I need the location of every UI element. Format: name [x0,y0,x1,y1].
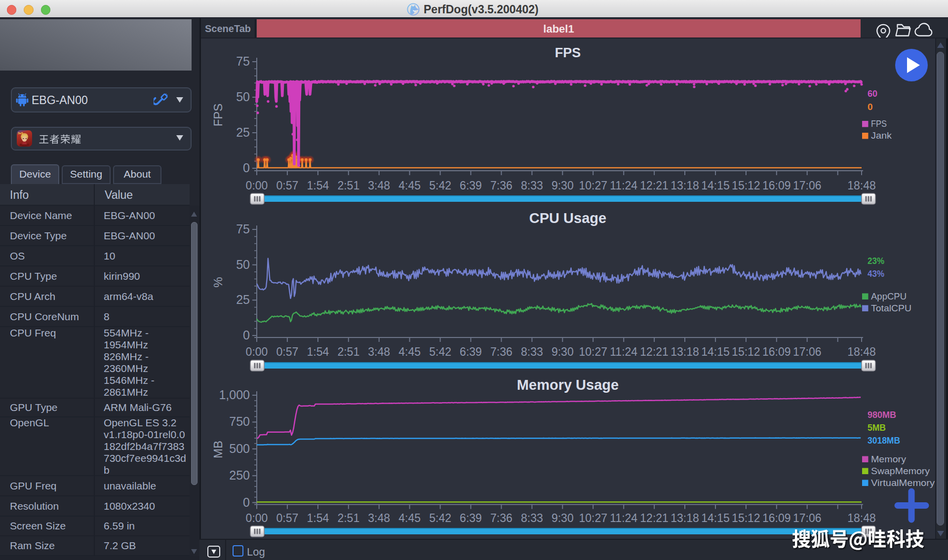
svg-text:7:36: 7:36 [490,345,513,358]
svg-text:17:06: 17:06 [793,512,822,524]
svg-text:18:48: 18:48 [847,179,876,192]
svg-text:%: % [211,277,225,287]
svg-text:11:24: 11:24 [610,345,637,358]
svg-text:500: 500 [229,442,250,455]
svg-text:43%: 43% [868,268,884,279]
svg-text:0:57: 0:57 [276,179,299,192]
svg-text:1:54: 1:54 [307,179,329,192]
svg-text:12:21: 12:21 [640,179,669,192]
svg-text:6:39: 6:39 [460,512,482,524]
svg-text:1:54: 1:54 [307,512,329,524]
svg-text:1,000: 1,000 [219,388,250,402]
svg-text:8:33: 8:33 [521,512,543,524]
svg-text:16:09: 16:09 [762,179,791,192]
svg-text:FPS: FPS [211,104,225,127]
svg-text:16:09: 16:09 [762,512,791,524]
svg-text:5:42: 5:42 [429,345,451,358]
svg-text:6:39: 6:39 [460,345,482,358]
svg-text:5:42: 5:42 [429,179,451,192]
svg-text:MB: MB [211,441,225,458]
svg-text:3:48: 3:48 [368,345,390,358]
svg-text:1:54: 1:54 [307,345,329,358]
svg-text:5MB: 5MB [868,422,886,433]
svg-text:7:36: 7:36 [490,179,513,192]
svg-text:4:45: 4:45 [398,179,421,192]
svg-text:5:42: 5:42 [429,512,451,524]
svg-text:50: 50 [236,90,250,104]
svg-text:13:18: 13:18 [671,179,699,192]
svg-text:10:27: 10:27 [579,512,607,524]
svg-text:Jank: Jank [871,130,892,141]
svg-text:0:00: 0:00 [246,179,268,192]
svg-text:9:30: 9:30 [552,512,574,524]
svg-text:2:51: 2:51 [337,179,359,192]
svg-text:3018MB: 3018MB [868,435,900,446]
svg-text:11:24: 11:24 [610,179,637,192]
svg-text:Memory: Memory [871,454,907,464]
svg-text:23%: 23% [868,256,884,266]
svg-text:15:12: 15:12 [732,179,760,192]
svg-text:25: 25 [236,125,250,139]
svg-text:8:33: 8:33 [521,179,543,192]
svg-text:4:45: 4:45 [398,512,421,524]
svg-text:2:51: 2:51 [337,345,359,358]
svg-text:18:48: 18:48 [847,512,876,524]
svg-text:15:12: 15:12 [732,345,760,358]
svg-text:16:09: 16:09 [762,345,791,358]
svg-text:FPS: FPS [555,45,581,60]
svg-text:9:30: 9:30 [552,179,574,192]
svg-text:CPU Usage: CPU Usage [529,210,606,226]
svg-text:15:12: 15:12 [732,512,760,524]
svg-text:12:21: 12:21 [640,345,669,358]
svg-text:60: 60 [868,88,877,99]
svg-text:6:39: 6:39 [460,179,482,192]
svg-text:0:00: 0:00 [246,512,268,524]
svg-text:3:48: 3:48 [368,179,390,192]
svg-text:9:30: 9:30 [552,345,574,358]
svg-text:980MB: 980MB [868,410,896,420]
svg-text:75: 75 [236,222,250,236]
svg-text:0: 0 [243,328,250,342]
svg-text:14:15: 14:15 [701,512,730,524]
svg-text:SwapMemory: SwapMemory [871,466,930,476]
svg-text:14:15: 14:15 [701,345,730,358]
svg-text:8:33: 8:33 [521,345,543,358]
svg-text:0: 0 [243,495,250,509]
svg-text:0: 0 [243,161,250,175]
svg-text:0: 0 [868,102,873,112]
svg-text:0:57: 0:57 [276,345,299,358]
svg-text:Memory Usage: Memory Usage [517,377,619,393]
svg-text:5v5: 5v5 [18,132,24,135]
svg-text:10:27: 10:27 [579,179,607,192]
svg-text:11:24: 11:24 [610,512,637,524]
svg-text:2:51: 2:51 [337,512,359,524]
svg-text:VirtualMemory: VirtualMemory [871,478,935,488]
svg-text:25: 25 [236,293,250,306]
svg-text:7:36: 7:36 [490,512,513,524]
svg-text:0:00: 0:00 [246,345,268,358]
svg-text:10:27: 10:27 [579,345,607,358]
svg-text:13:18: 13:18 [671,512,699,524]
svg-text:75: 75 [236,54,250,68]
svg-text:TotalCPU: TotalCPU [871,303,911,313]
svg-text:250: 250 [229,468,250,482]
svg-text:17:06: 17:06 [793,345,822,358]
svg-text:FPS: FPS [871,118,887,129]
svg-text:AppCPU: AppCPU [871,291,907,301]
svg-text:12:21: 12:21 [640,512,669,524]
svg-text:3:48: 3:48 [368,512,390,524]
svg-text:50: 50 [236,258,250,271]
svg-text:4:45: 4:45 [398,345,421,358]
svg-text:14:15: 14:15 [701,179,730,192]
svg-text:750: 750 [229,414,250,428]
svg-text:18:48: 18:48 [847,345,876,358]
svg-text:17:06: 17:06 [793,179,822,192]
svg-text:0:57: 0:57 [276,512,299,524]
svg-text:13:18: 13:18 [671,345,699,358]
